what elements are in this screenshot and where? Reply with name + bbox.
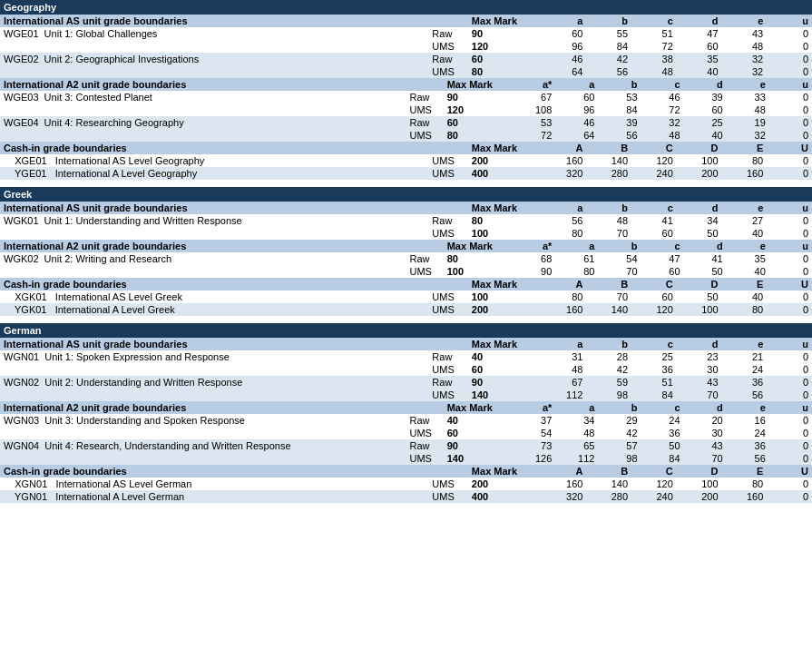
grade-e-val: 80 — [722, 303, 768, 316]
grade-a-val: 320 — [542, 490, 587, 503]
grade-e-val: 160 — [722, 167, 768, 180]
grade-b-header: b — [598, 240, 641, 252]
grade-d-val: 100 — [677, 478, 722, 490]
grade-d-val: 60 — [677, 40, 722, 53]
grade-c-val: 24 — [641, 414, 684, 427]
grade-b-header: b — [586, 15, 631, 27]
grade-b-header: b — [598, 78, 641, 91]
maxmark-header: Max Mark — [468, 338, 542, 350]
row-type: UMS — [406, 427, 444, 439]
grade-e-header: e — [727, 240, 769, 252]
grade-u-val: 0 — [769, 91, 812, 103]
section-header: Geography — [0, 0, 812, 15]
grade-U-header: U — [767, 142, 812, 154]
unit-info-empty — [0, 452, 406, 465]
grade-d-val: 20 — [684, 414, 727, 427]
a2-unit-row: WGN03 Unit 3: Understanding and Spoken R… — [0, 414, 812, 427]
maxmark-val: 140 — [444, 452, 514, 465]
cashin-subheader-label: Cash-in grade boundaries — [0, 465, 428, 478]
cashin-subheader-row: Cash-in grade boundaries Max Mark A B C … — [0, 465, 812, 478]
grade-D-header: D — [677, 278, 722, 291]
grade-a-val: 160 — [542, 478, 587, 490]
grade-e-val: 48 — [727, 103, 769, 116]
grade-u-val: 0 — [767, 376, 812, 389]
row-type: UMS — [406, 103, 444, 116]
grade-a-val: 160 — [542, 154, 587, 167]
grade-c-val: 240 — [631, 167, 677, 180]
grade-c-header: c — [631, 338, 677, 350]
grade-astar-val: 90 — [513, 265, 555, 278]
row-type: UMS — [428, 167, 468, 180]
grade-b-header: b — [586, 338, 631, 350]
grade-a-val: 160 — [542, 303, 587, 316]
grade-b-val: 98 — [598, 452, 641, 465]
unit-info: XGK01 International AS Level Greek — [0, 291, 428, 303]
grade-e-val: 40 — [722, 291, 768, 303]
grade-b-val: 59 — [586, 376, 631, 389]
grade-u-val: 0 — [769, 427, 812, 439]
grade-e-val: 32 — [722, 53, 768, 65]
a2-unit-row: UMS605448423630240 — [0, 427, 812, 439]
grade-b-val: 84 — [598, 103, 641, 116]
grade-astar-val: 37 — [513, 414, 555, 427]
row-type: Raw — [406, 414, 444, 427]
grade-d-header: d — [684, 78, 727, 91]
grade-e-val: 16 — [727, 414, 769, 427]
grade-c-val: 72 — [641, 103, 684, 116]
unit-info-empty — [0, 227, 428, 240]
grade-b-val: 56 — [598, 129, 641, 142]
grade-u-val: 0 — [769, 116, 812, 129]
grade-b-val: 70 — [598, 265, 641, 278]
grade-b-val: 42 — [586, 53, 631, 65]
row-type: Raw — [428, 350, 468, 363]
maxmark-val: 400 — [468, 490, 542, 503]
grade-b-val: 280 — [586, 490, 631, 503]
as-unit-row: WGN02 Unit 2: Understanding and Written … — [0, 376, 812, 389]
grade-d-val: 47 — [677, 27, 722, 40]
grade-u-val: 0 — [769, 452, 812, 465]
grade-c-header: c — [631, 15, 677, 27]
grade-astar-header: a* — [513, 78, 555, 91]
cashin-subheader-row: Cash-in grade boundaries Max Mark A B C … — [0, 142, 812, 154]
grade-u-val: 0 — [767, 40, 812, 53]
grade-u-val: 0 — [767, 478, 812, 490]
grade-a-val: 64 — [542, 65, 587, 78]
a2-unit-row: WGK02 Unit 2: Writing and ResearchRaw806… — [0, 252, 812, 265]
a2-subheader-row: International A2 unit grade boundaries M… — [0, 401, 812, 414]
as-unit-row: UMS140112988470560 — [0, 389, 812, 401]
row-type: UMS — [428, 291, 468, 303]
grade-c-val: 47 — [641, 252, 684, 265]
grade-b-val: 140 — [586, 303, 631, 316]
grade-a-header: a — [555, 401, 598, 414]
grade-b-val: 42 — [598, 427, 641, 439]
grade-e-val: 36 — [722, 376, 768, 389]
grade-d-val: 30 — [684, 427, 727, 439]
grade-U-header: U — [767, 278, 812, 291]
grade-u-val: 0 — [767, 167, 812, 180]
grade-d-val: 39 — [684, 91, 727, 103]
unit-info-empty — [0, 103, 406, 116]
grade-a-val: 61 — [555, 252, 598, 265]
grade-c-val: 51 — [631, 376, 677, 389]
grade-b-val: 28 — [586, 350, 631, 363]
grade-u-header: u — [767, 338, 812, 350]
unit-info: WGK01 Unit 1: Understanding and Written … — [0, 214, 428, 227]
maxmark-val: 60 — [468, 53, 542, 65]
as-subheader-label: International AS unit grade boundaries — [0, 202, 428, 214]
grade-c-header: c — [641, 78, 684, 91]
grade-D-header: D — [677, 142, 722, 154]
row-type: UMS — [428, 40, 468, 53]
grade-c-val: 72 — [631, 40, 677, 53]
grade-c-val: 120 — [631, 303, 677, 316]
maxmark-val: 80 — [444, 252, 514, 265]
unit-info: YGE01 International A Level Geography — [0, 167, 428, 180]
grade-e-val: 32 — [722, 65, 768, 78]
a2-subheader-label: International A2 unit grade boundaries — [0, 78, 406, 91]
as-subheader-row: International AS unit grade boundaries M… — [0, 15, 812, 27]
grade-astar-header: a* — [513, 240, 555, 252]
grade-d-val: 41 — [684, 252, 727, 265]
a2-subheader-label: International A2 unit grade boundaries — [0, 240, 406, 252]
grade-e-val: 43 — [722, 27, 768, 40]
grade-b-val: 98 — [586, 389, 631, 401]
grade-b-val: 84 — [586, 40, 631, 53]
